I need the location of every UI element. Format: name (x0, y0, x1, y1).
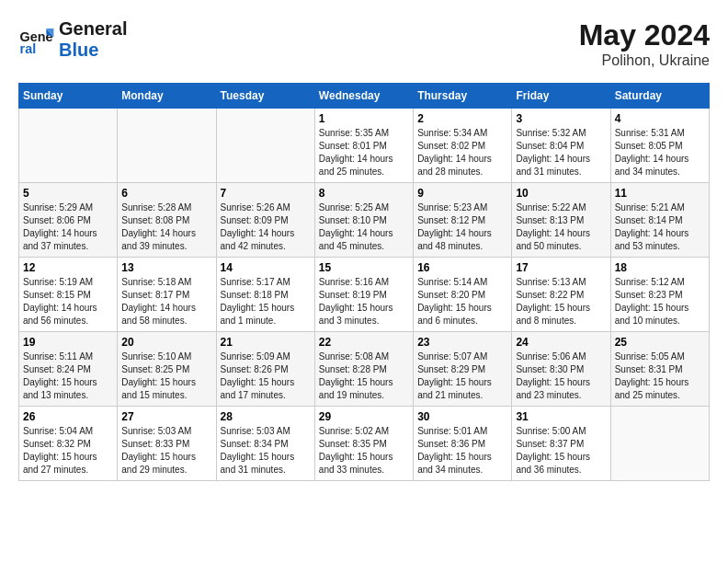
day-info: Sunrise: 5:00 AM Sunset: 8:37 PM Dayligh… (516, 425, 606, 477)
weekday-header-saturday: Saturday (610, 84, 709, 109)
logo-icon: Gene ral (18, 21, 55, 58)
page-header: Gene ral General Blue May 2024 Polihon, … (18, 18, 710, 69)
day-number: 21 (221, 336, 311, 349)
day-info: Sunrise: 5:31 AM Sunset: 8:05 PM Dayligh… (615, 127, 705, 178)
calendar-week-3: 12Sunrise: 5:19 AM Sunset: 8:15 PM Dayli… (19, 258, 710, 332)
month-title: May 2024 (579, 18, 710, 52)
day-info: Sunrise: 5:22 AM Sunset: 8:13 PM Dayligh… (516, 201, 606, 253)
calendar-cell: 5Sunrise: 5:29 AM Sunset: 8:06 PM Daylig… (19, 183, 118, 258)
calendar-cell: 27Sunrise: 5:03 AM Sunset: 8:33 PM Dayli… (118, 407, 216, 481)
day-number: 1 (319, 112, 409, 125)
calendar-cell: 24Sunrise: 5:06 AM Sunset: 8:30 PM Dayli… (512, 332, 610, 407)
calendar-cell: 13Sunrise: 5:18 AM Sunset: 8:17 PM Dayli… (118, 258, 216, 332)
calendar-cell: 17Sunrise: 5:13 AM Sunset: 8:22 PM Dayli… (512, 258, 610, 332)
day-info: Sunrise: 5:04 AM Sunset: 8:32 PM Dayligh… (23, 425, 113, 477)
calendar-cell: 4Sunrise: 5:31 AM Sunset: 8:05 PM Daylig… (610, 109, 709, 183)
calendar-cell (118, 109, 216, 183)
calendar-cell: 29Sunrise: 5:02 AM Sunset: 8:35 PM Dayli… (314, 407, 413, 481)
weekday-header-monday: Monday (118, 84, 216, 109)
calendar-cell: 12Sunrise: 5:19 AM Sunset: 8:15 PM Dayli… (19, 258, 118, 332)
day-info: Sunrise: 5:26 AM Sunset: 8:09 PM Dayligh… (221, 201, 311, 253)
day-number: 5 (23, 187, 113, 200)
day-number: 20 (121, 336, 211, 349)
day-number: 3 (516, 112, 606, 125)
day-number: 17 (516, 261, 606, 274)
day-number: 19 (23, 336, 113, 349)
day-number: 28 (221, 410, 311, 423)
day-info: Sunrise: 5:13 AM Sunset: 8:22 PM Dayligh… (516, 276, 606, 327)
calendar-cell: 7Sunrise: 5:26 AM Sunset: 8:09 PM Daylig… (216, 183, 314, 258)
calendar-cell: 26Sunrise: 5:04 AM Sunset: 8:32 PM Dayli… (19, 407, 118, 481)
day-number: 7 (221, 187, 311, 200)
title-block: May 2024 Polihon, Ukraine (579, 18, 710, 69)
day-number: 4 (615, 112, 705, 125)
calendar-cell: 31Sunrise: 5:00 AM Sunset: 8:37 PM Dayli… (512, 407, 610, 481)
calendar-cell (610, 407, 709, 481)
calendar-cell: 6Sunrise: 5:28 AM Sunset: 8:08 PM Daylig… (118, 183, 216, 258)
calendar-cell: 16Sunrise: 5:14 AM Sunset: 8:20 PM Dayli… (414, 258, 512, 332)
day-number: 11 (615, 187, 705, 200)
day-number: 26 (23, 410, 113, 423)
day-number: 13 (121, 261, 211, 274)
calendar-cell (216, 109, 314, 183)
location: Polihon, Ukraine (579, 52, 710, 69)
day-number: 16 (417, 261, 507, 274)
calendar-cell: 18Sunrise: 5:12 AM Sunset: 8:23 PM Dayli… (610, 258, 709, 332)
day-number: 12 (23, 261, 113, 274)
calendar-cell: 28Sunrise: 5:03 AM Sunset: 8:34 PM Dayli… (216, 407, 314, 481)
weekday-header-wednesday: Wednesday (314, 84, 413, 109)
calendar-cell: 9Sunrise: 5:23 AM Sunset: 8:12 PM Daylig… (414, 183, 512, 258)
day-number: 22 (319, 336, 409, 349)
calendar-week-5: 26Sunrise: 5:04 AM Sunset: 8:32 PM Dayli… (19, 407, 710, 481)
day-number: 15 (319, 261, 409, 274)
calendar-cell (19, 109, 118, 183)
day-number: 18 (615, 261, 705, 274)
calendar-cell: 8Sunrise: 5:25 AM Sunset: 8:10 PM Daylig… (314, 183, 413, 258)
day-number: 23 (417, 336, 507, 349)
weekday-header-friday: Friday (512, 84, 610, 109)
calendar-cell: 3Sunrise: 5:32 AM Sunset: 8:04 PM Daylig… (512, 109, 610, 183)
calendar-cell: 11Sunrise: 5:21 AM Sunset: 8:14 PM Dayli… (610, 183, 709, 258)
logo: Gene ral General Blue (18, 18, 127, 61)
calendar-cell: 22Sunrise: 5:08 AM Sunset: 8:28 PM Dayli… (314, 332, 413, 407)
calendar-cell: 1Sunrise: 5:35 AM Sunset: 8:01 PM Daylig… (314, 109, 413, 183)
calendar-cell: 23Sunrise: 5:07 AM Sunset: 8:29 PM Dayli… (414, 332, 512, 407)
day-info: Sunrise: 5:09 AM Sunset: 8:26 PM Dayligh… (221, 350, 311, 402)
day-info: Sunrise: 5:34 AM Sunset: 8:02 PM Dayligh… (417, 127, 507, 178)
day-number: 2 (417, 112, 507, 125)
calendar-header-row: SundayMondayTuesdayWednesdayThursdayFrid… (19, 84, 710, 109)
calendar-cell: 30Sunrise: 5:01 AM Sunset: 8:36 PM Dayli… (414, 407, 512, 481)
day-info: Sunrise: 5:17 AM Sunset: 8:18 PM Dayligh… (221, 276, 311, 327)
day-number: 6 (121, 187, 211, 200)
day-number: 8 (319, 187, 409, 200)
day-info: Sunrise: 5:05 AM Sunset: 8:31 PM Dayligh… (615, 350, 705, 402)
day-info: Sunrise: 5:23 AM Sunset: 8:12 PM Dayligh… (417, 201, 507, 253)
day-info: Sunrise: 5:12 AM Sunset: 8:23 PM Dayligh… (615, 276, 705, 327)
calendar-cell: 15Sunrise: 5:16 AM Sunset: 8:19 PM Dayli… (314, 258, 413, 332)
svg-text:ral: ral (20, 41, 37, 56)
day-info: Sunrise: 5:29 AM Sunset: 8:06 PM Dayligh… (23, 201, 113, 253)
day-number: 27 (121, 410, 211, 423)
day-info: Sunrise: 5:18 AM Sunset: 8:17 PM Dayligh… (121, 276, 211, 327)
day-info: Sunrise: 5:14 AM Sunset: 8:20 PM Dayligh… (417, 276, 507, 327)
calendar-cell: 21Sunrise: 5:09 AM Sunset: 8:26 PM Dayli… (216, 332, 314, 407)
day-info: Sunrise: 5:28 AM Sunset: 8:08 PM Dayligh… (121, 201, 211, 253)
day-number: 31 (516, 410, 606, 423)
day-info: Sunrise: 5:07 AM Sunset: 8:29 PM Dayligh… (417, 350, 507, 402)
calendar-cell: 19Sunrise: 5:11 AM Sunset: 8:24 PM Dayli… (19, 332, 118, 407)
day-info: Sunrise: 5:06 AM Sunset: 8:30 PM Dayligh… (516, 350, 606, 402)
day-number: 25 (615, 336, 705, 349)
day-number: 9 (417, 187, 507, 200)
day-info: Sunrise: 5:02 AM Sunset: 8:35 PM Dayligh… (319, 425, 409, 477)
day-info: Sunrise: 5:16 AM Sunset: 8:19 PM Dayligh… (319, 276, 409, 327)
weekday-header-sunday: Sunday (19, 84, 118, 109)
day-info: Sunrise: 5:11 AM Sunset: 8:24 PM Dayligh… (23, 350, 113, 402)
day-info: Sunrise: 5:03 AM Sunset: 8:33 PM Dayligh… (121, 425, 211, 477)
day-info: Sunrise: 5:32 AM Sunset: 8:04 PM Dayligh… (516, 127, 606, 178)
day-info: Sunrise: 5:01 AM Sunset: 8:36 PM Dayligh… (417, 425, 507, 477)
day-info: Sunrise: 5:10 AM Sunset: 8:25 PM Dayligh… (121, 350, 211, 402)
day-number: 14 (221, 261, 311, 274)
calendar-cell: 14Sunrise: 5:17 AM Sunset: 8:18 PM Dayli… (216, 258, 314, 332)
calendar-cell: 25Sunrise: 5:05 AM Sunset: 8:31 PM Dayli… (610, 332, 709, 407)
day-number: 29 (319, 410, 409, 423)
